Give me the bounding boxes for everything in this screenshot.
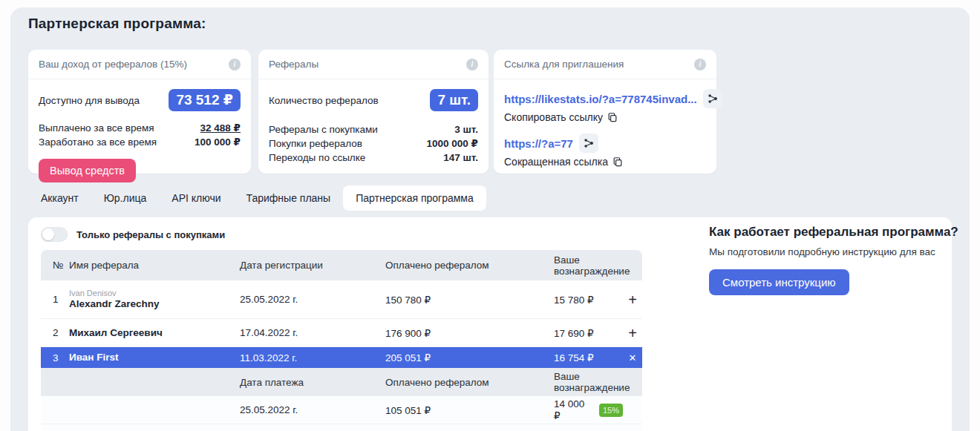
partner-program-content: Только рефералы с покупками № Имя рефера… <box>28 217 952 431</box>
table-row[interactable]: 1 Ivan Denisov Alexandr Zarechny 25.05.2… <box>41 280 642 319</box>
earned-value: 100 000 ₽ <box>195 135 241 149</box>
copy-full-link[interactable]: Скопировать ссылку <box>504 111 706 123</box>
expand-row-icon[interactable]: + <box>623 326 642 340</box>
income-card-body: Доступно для вывода 73 512 ₽ Выплачено з… <box>28 79 251 182</box>
link-clicks-label: Переходы по ссылке <box>269 151 365 165</box>
view-instruction-button[interactable]: Смотреть инструкцию <box>709 269 849 295</box>
invite-link-card-body: https://likestats.io/?a=778745invad... С… <box>494 79 716 168</box>
info-icon[interactable]: i <box>466 59 478 70</box>
copy-icon <box>612 157 623 167</box>
expand-row-icon[interactable]: + <box>623 292 642 307</box>
share-icon <box>708 93 718 104</box>
copy-icon <box>607 112 618 122</box>
income-card: Ваш доход от рефералов (15%) i Доступно … <box>28 50 251 174</box>
settings-tabs: Аккаунт Юр.лица API ключи Тарифные планы… <box>28 185 486 211</box>
earned-label: Заработано за все время <box>39 135 157 149</box>
subtable-header-row: Дата платежа Оплачено рефералом Ваше воз… <box>41 368 642 396</box>
share-full-link-button[interactable] <box>703 89 722 108</box>
purchases-filter-toggle[interactable] <box>41 227 68 242</box>
available-amount-badge: 73 512 ₽ <box>169 89 241 111</box>
invite-link-card-title: Ссылка для приглашения <box>504 59 624 70</box>
referrals-card-body: Количество рефералов 7 шт. Рефералы с по… <box>258 79 489 165</box>
info-icon[interactable]: i <box>229 59 241 70</box>
referrals-with-purchases-label: Рефералы с покупками <box>269 122 378 136</box>
referrals-card-title: Рефералы <box>269 59 318 70</box>
collapse-row-icon[interactable]: ✕ <box>623 352 642 363</box>
tab-tariff-plans[interactable]: Тарифные планы <box>234 185 344 211</box>
referral-table: № Имя реферала Дата регистрации Оплачено… <box>41 250 642 431</box>
referrals-card: Рефералы i Количество рефералов 7 шт. Ре… <box>258 50 489 174</box>
payment-date: 25.05.2022 г. <box>240 404 385 415</box>
payment-reward: 15% <box>554 428 623 431</box>
row-date: 25.05.2022 г. <box>240 294 385 305</box>
row-name: Иван First <box>69 352 240 363</box>
withdraw-button[interactable]: Вывод средств <box>39 159 136 182</box>
paid-label: Выплачено за все время <box>39 121 154 135</box>
invite-link-card: Ссылка для приглашения i https://likesta… <box>494 50 716 174</box>
row-name-primary: Михаил Сергеевич <box>69 327 163 338</box>
subtable-row-partial: 15% <box>41 424 642 431</box>
share-short-link-button[interactable] <box>579 134 598 153</box>
percent-badge: 15% <box>599 404 623 417</box>
row-name-primary: Alexandr Zarechny <box>69 298 160 309</box>
subtable-row: 25.05.2022 г. 105 051 ₽ 14 000 ₽ 15% <box>41 396 642 424</box>
tab-partner-program[interactable]: Партнерская программа <box>343 185 486 211</box>
referral-count-label: Количество рефералов <box>269 93 379 108</box>
col-header-reward: Ваше вознаграждение <box>554 254 623 277</box>
row-name-primary: Иван First <box>69 352 119 363</box>
invite-link-card-header: Ссылка для приглашения i <box>494 50 716 79</box>
income-card-title: Ваш доход от рефералов (15%) <box>39 59 187 70</box>
row-num: 2 <box>41 327 69 338</box>
payment-reward-amount: 14 000 ₽ <box>554 398 593 421</box>
row-num: 3 <box>41 352 69 363</box>
col-header-date: Дата регистрации <box>240 260 385 271</box>
purchases-filter-label: Только рефералы с покупками <box>76 229 225 240</box>
income-card-header: Ваш доход от рефералов (15%) i <box>28 50 251 79</box>
table-header-row: № Имя реферала Дата регистрации Оплачено… <box>41 250 642 280</box>
short-invite-link[interactable]: https://?a=77 <box>504 137 573 150</box>
row-paid: 150 780 ₽ <box>385 294 554 306</box>
row-reward: 16 754 ₽ <box>554 352 623 363</box>
paid-value[interactable]: 32 488 ₽ <box>200 121 241 135</box>
row-name: Михаил Сергеевич <box>69 327 240 339</box>
help-subtitle: Мы подготовили подробную инструкцию для … <box>709 246 969 257</box>
referral-count-badge: 7 шт. <box>430 89 478 111</box>
row-reward: 15 780 ₽ <box>554 294 623 306</box>
referral-purchases-label: Покупки рефералов <box>269 136 362 151</box>
tab-api-keys[interactable]: API ключи <box>159 185 233 211</box>
info-icon[interactable]: i <box>694 59 706 70</box>
row-date: 17.04.2022 г. <box>240 327 385 338</box>
referral-purchases-value: 1000 000 ₽ <box>427 136 478 151</box>
subcol-header-paid: Оплачено рефералом <box>385 377 554 388</box>
page-title: Партнерская программа: <box>28 16 206 32</box>
share-icon <box>584 138 594 148</box>
help-title: Как работает реферальная программа? <box>709 225 969 240</box>
row-date: 11.03.2022 г. <box>240 352 385 363</box>
row-num: 1 <box>41 294 69 305</box>
help-block: Как работает реферальная программа? Мы п… <box>709 225 969 295</box>
referrals-card-header: Рефералы i <box>258 50 489 79</box>
tab-account[interactable]: Аккаунт <box>28 185 91 211</box>
subcol-header-date: Дата платежа <box>240 377 385 388</box>
copy-short-link[interactable]: Сокращенная ссылка <box>504 156 706 168</box>
available-label: Доступно для вывода <box>39 93 140 108</box>
purchases-filter[interactable]: Только рефералы с покупками <box>41 227 225 242</box>
subcol-header-reward: Ваше вознаграждение <box>554 371 623 393</box>
row-paid: 205 051 ₽ <box>385 352 554 363</box>
referrals-with-purchases-value: 3 шт. <box>454 122 478 136</box>
payment-reward: 14 000 ₽ 15% <box>554 398 623 421</box>
table-row-selected[interactable]: 3 Иван First 11.03.2022 г. 205 051 ₽ 16 … <box>41 347 642 368</box>
table-row[interactable]: 2 Михаил Сергеевич 17.04.2022 г. 176 900… <box>41 319 642 347</box>
full-invite-link[interactable]: https://likestats.io/?a=778745invad... <box>504 93 697 105</box>
row-paid: 176 900 ₽ <box>385 327 554 339</box>
row-reward: 17 690 ₽ <box>554 327 623 339</box>
link-clicks-value: 147 шт. <box>443 151 478 165</box>
payment-paid: 105 051 ₽ <box>385 404 554 416</box>
partner-program-panel: Партнерская программа: Ваш доход от рефе… <box>10 7 970 431</box>
row-name: Ivan Denisov Alexandr Zarechny <box>69 289 240 310</box>
col-header-name: Имя реферала <box>69 260 240 271</box>
copy-full-link-label: Скопировать ссылку <box>504 111 603 123</box>
tab-legal-entities[interactable]: Юр.лица <box>91 185 160 211</box>
col-header-num: № <box>41 260 69 271</box>
col-header-paid: Оплачено рефералом <box>385 260 554 271</box>
